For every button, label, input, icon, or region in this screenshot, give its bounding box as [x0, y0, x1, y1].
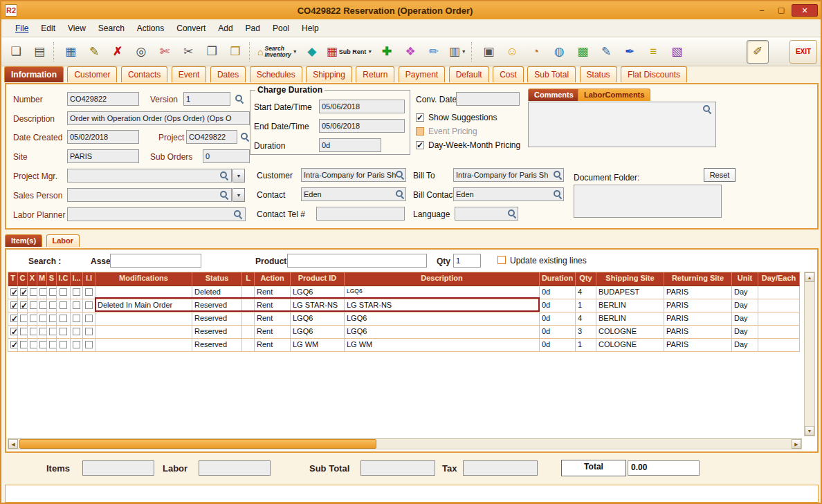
row-checkbox[interactable] [49, 341, 57, 348]
menu-item-help[interactable]: Help [296, 21, 325, 36]
column-header[interactable]: I.C [57, 272, 71, 286]
cell-returning-site[interactable]: PARIS [664, 286, 732, 299]
cell-duration[interactable]: 0d [540, 286, 576, 299]
tab-labor-comments[interactable]: LaborComments [578, 88, 650, 101]
bill-to-search-icon[interactable] [553, 170, 562, 179]
cell-qty[interactable]: 1 [576, 299, 596, 312]
row-checkbox[interactable] [39, 341, 47, 348]
cell-action[interactable]: Rent [255, 326, 291, 339]
dwm-pricing-checkbox[interactable] [416, 141, 424, 149]
tab-sub-total[interactable]: Sub Total [527, 66, 576, 82]
cell-unit[interactable]: Day [732, 339, 758, 352]
tab-flat-discounts[interactable]: Flat Discounts [621, 66, 687, 82]
column-header[interactable]: Returning Site [664, 272, 732, 286]
menu-item-pad[interactable]: Pad [240, 21, 266, 36]
row-checkbox[interactable] [20, 328, 28, 335]
cell-action[interactable]: Rent [255, 286, 291, 299]
column-header[interactable]: M [37, 272, 47, 286]
cell-product-id[interactable]: LGQ6 [291, 312, 345, 326]
row-checkbox[interactable] [73, 288, 80, 296]
tab-payment[interactable]: Payment [399, 66, 445, 82]
notepad-icon[interactable]: ✎ [595, 40, 617, 64]
cell-shipping-site[interactable]: BERLIN [596, 312, 664, 326]
sub-orders-field[interactable] [203, 149, 250, 163]
column-header[interactable]: Modifications [95, 272, 192, 286]
tab-shipping[interactable]: Shipping [306, 66, 352, 82]
cell-description[interactable]: LGQ6 [345, 326, 540, 339]
cell-modifications[interactable]: Deleted In Main Order [95, 299, 192, 312]
row-checkbox[interactable] [73, 341, 80, 348]
note-edit-icon[interactable]: ✏ [423, 40, 445, 64]
menu-item-file[interactable]: File [10, 21, 34, 36]
duration-field[interactable] [319, 138, 381, 152]
cell-modifications[interactable] [95, 286, 192, 299]
tab-contacts[interactable]: Contacts [121, 66, 167, 82]
row-checkbox[interactable] [73, 315, 80, 322]
cell-status[interactable]: Reserved [192, 326, 242, 339]
column-header[interactable]: Duration [540, 272, 576, 286]
comments-search-icon[interactable] [702, 104, 711, 113]
add-plus-icon[interactable]: ✚ [376, 40, 398, 64]
column-header[interactable]: Product ID [291, 272, 345, 286]
search-inventory-button[interactable]: ⌂ SearchInventory ▼ [255, 40, 300, 64]
row-checkbox[interactable] [60, 341, 67, 348]
qty-input[interactable] [453, 254, 481, 268]
asset-input[interactable] [110, 254, 201, 268]
cell-returning-site[interactable]: PARIS [664, 299, 732, 312]
sub-rent-button[interactable]: ▦ Sub Rent ▼ [325, 40, 375, 64]
column-header[interactable]: X [28, 272, 37, 286]
globe-disk-icon[interactable]: ◍ [548, 40, 570, 64]
cell-returning-site[interactable]: PARIS [664, 326, 732, 339]
building-icon[interactable]: ▣ [477, 40, 500, 64]
tab-schedules[interactable]: Schedules [250, 66, 302, 82]
row-checkbox[interactable] [49, 315, 57, 322]
column-header[interactable]: S [47, 272, 57, 286]
row-checkbox[interactable] [60, 301, 67, 309]
cell-shipping-site[interactable]: BERLIN [596, 299, 664, 312]
smiley-icon[interactable]: ☺ [501, 40, 523, 64]
row-checkbox[interactable] [85, 328, 93, 335]
sales-person-dropdown[interactable]: ▼ [232, 188, 245, 202]
row-checkbox[interactable] [39, 301, 47, 309]
wand-icon[interactable]: ✐ [747, 40, 769, 64]
row-checkbox[interactable] [85, 288, 93, 296]
paste-icon[interactable]: ❒ [224, 40, 246, 64]
contact-search-icon[interactable] [395, 189, 404, 198]
row-checkbox[interactable] [20, 288, 28, 296]
column-header[interactable]: I... [71, 272, 83, 286]
row-checkbox[interactable] [85, 341, 93, 348]
menu-item-add[interactable]: Add [212, 21, 238, 36]
document-folder-box[interactable] [574, 185, 722, 218]
beads-icon[interactable]: ❖ [399, 40, 421, 64]
cell-unit[interactable]: Day [732, 326, 758, 339]
cell-day-each[interactable] [758, 299, 800, 312]
scissors-icon[interactable]: ✂ [177, 40, 199, 64]
tab-comments[interactable]: Comments [528, 88, 580, 101]
product-input[interactable] [287, 254, 427, 268]
number-field[interactable] [67, 92, 139, 106]
row-checkbox[interactable] [20, 341, 28, 348]
horizontal-scrollbar[interactable]: ◀ ▶ [8, 438, 802, 449]
project-mgr-search-icon[interactable] [219, 171, 228, 180]
menu-item-view[interactable]: View [62, 21, 91, 36]
cell-modifications[interactable] [95, 326, 192, 339]
start-date-field[interactable] [319, 100, 405, 113]
column-header[interactable]: L [242, 272, 255, 286]
delete-icon[interactable]: ✗ [107, 40, 129, 64]
menu-item-actions[interactable]: Actions [131, 21, 170, 36]
bill-to-field[interactable] [453, 168, 564, 182]
row-checkbox[interactable] [85, 301, 93, 309]
cell-duration[interactable]: 0d [540, 312, 576, 326]
row-checkbox[interactable] [20, 301, 28, 309]
column-header[interactable]: Shipping Site [596, 272, 664, 286]
binoculars-icon[interactable]: ◎ [130, 40, 152, 64]
project-search-icon[interactable] [240, 132, 249, 141]
cell-product-id[interactable]: LG STAR-NS [291, 299, 345, 312]
row-checkbox[interactable] [30, 315, 37, 322]
row-checkbox[interactable] [73, 301, 80, 309]
menu-item-edit[interactable]: Edit [35, 21, 61, 36]
labor-planner-field[interactable] [67, 207, 246, 221]
customer-field[interactable] [301, 168, 406, 182]
cell-returning-site[interactable]: PARIS [664, 339, 732, 352]
row-checkbox[interactable] [10, 315, 18, 322]
